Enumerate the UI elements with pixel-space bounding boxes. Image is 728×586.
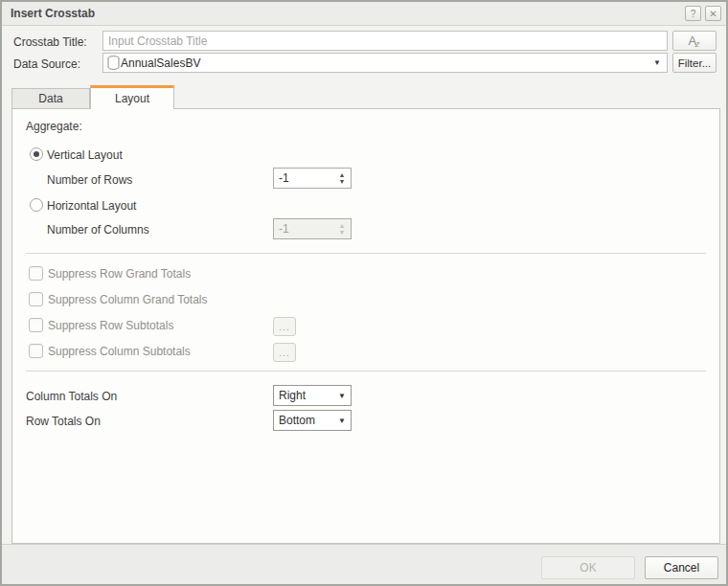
row-totals-on-value: Bottom (274, 414, 333, 427)
column-subtotals-ellipsis-button[interactable]: ... (273, 343, 296, 362)
aggregate-label: Aggregate: (26, 120, 82, 133)
filter-button[interactable]: Filter... (672, 53, 717, 73)
spinner-down-icon[interactable]: ▼ (339, 178, 346, 185)
vertical-layout-label: Vertical Layout (47, 148, 123, 162)
spinner-down-icon: ▼ (339, 229, 346, 236)
number-of-columns-spinner: ▲ ▼ (273, 218, 352, 239)
spinner-arrows[interactable]: ▲ ▼ (333, 169, 351, 188)
tab-layout[interactable]: Layout (90, 85, 174, 109)
data-source-label: Data Source: (13, 57, 80, 71)
spinner-up-icon: ▲ (339, 222, 346, 229)
data-source-value: AnnualSalesBV (121, 56, 649, 70)
number-of-columns-input (274, 219, 333, 238)
number-of-rows-label: Number of Rows (47, 173, 132, 187)
dialog-footer: OK Cancel (2, 544, 726, 584)
suppress-column-subtotals-checkbox[interactable] (29, 344, 43, 358)
number-of-rows-input[interactable] (274, 169, 333, 188)
number-of-rows-spinner: ▲ ▼ (273, 168, 352, 189)
format-font-button[interactable]: Az (672, 31, 717, 51)
suppress-row-grand-totals-checkbox[interactable] (29, 266, 43, 281)
insert-crosstab-dialog: Insert Crosstab ? ✕ Crosstab Title: Az D… (0, 0, 728, 586)
suppress-row-subtotals-label: Suppress Row Subtotals (48, 319, 173, 332)
title-bar: Insert Crosstab ? ✕ (2, 2, 726, 26)
suppress-row-grand-totals-label: Suppress Row Grand Totals (48, 267, 191, 281)
suppress-column-grand-totals-checkbox[interactable] (29, 292, 43, 306)
spinner-up-icon[interactable]: ▲ (339, 171, 346, 178)
crosstab-title-input[interactable] (102, 31, 668, 51)
tab-data[interactable]: Data (11, 88, 90, 108)
help-icon[interactable]: ? (685, 6, 701, 21)
column-totals-on-value: Right (274, 389, 333, 402)
spinner-arrows: ▲ ▼ (333, 219, 351, 238)
row-subtotals-ellipsis-button[interactable]: ... (273, 317, 296, 336)
column-totals-on-label: Column Totals On (26, 390, 117, 403)
row-totals-on-dropdown[interactable]: Bottom ▼ (273, 410, 352, 431)
ok-button: OK (541, 556, 635, 579)
horizontal-layout-label: Horizontal Layout (47, 199, 136, 213)
suppress-column-subtotals-label: Suppress Column Subtotals (48, 345, 191, 358)
column-totals-on-dropdown[interactable]: Right ▼ (273, 385, 352, 406)
divider (26, 371, 706, 372)
database-icon (107, 56, 120, 70)
cancel-button[interactable]: Cancel (645, 556, 718, 579)
number-of-columns-label: Number of Columns (47, 223, 149, 237)
dropdown-arrow-icon: ▼ (333, 417, 351, 425)
data-source-dropdown[interactable]: AnnualSalesBV ▼ (102, 53, 668, 73)
divider (26, 253, 706, 254)
dialog-title: Insert Crosstab (11, 7, 681, 20)
vertical-layout-radio[interactable] (30, 147, 43, 161)
suppress-column-grand-totals-label: Suppress Column Grand Totals (48, 293, 208, 306)
row-totals-on-label: Row Totals On (26, 415, 101, 428)
crosstab-title-label: Crosstab Title: (13, 35, 87, 49)
suppress-row-subtotals-checkbox[interactable] (29, 318, 43, 332)
close-icon[interactable]: ✕ (705, 6, 721, 21)
dropdown-arrow-icon: ▼ (333, 392, 351, 400)
horizontal-layout-radio[interactable] (30, 198, 43, 212)
dropdown-arrow-icon[interactable]: ▼ (649, 58, 665, 67)
